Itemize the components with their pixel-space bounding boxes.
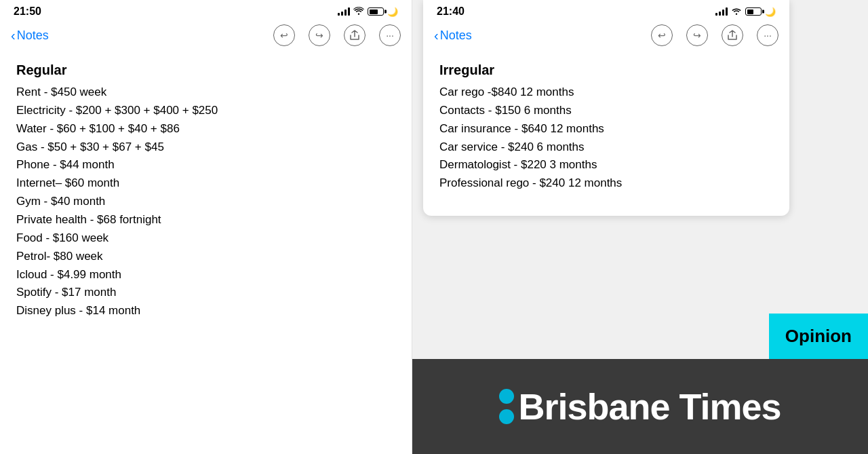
- list-item: Rent - $450 week: [16, 83, 395, 102]
- right-moon-icon: 🌙: [765, 7, 776, 17]
- signal-icon: [338, 7, 350, 16]
- list-item: Icloud - $4.99 month: [16, 266, 395, 284]
- left-toolbar: ‹ Notes ↩ ↪ ···: [0, 20, 412, 53]
- right-phone-panel: 21:40 🌙 ‹: [412, 0, 868, 454]
- brisbane-logo: Brisbane Times: [499, 385, 781, 428]
- wifi-icon: [353, 7, 364, 17]
- list-item: Electricity - $200 + $300 + $400 + $250: [16, 102, 395, 120]
- left-redo-button[interactable]: ↪: [309, 24, 330, 46]
- left-back-label: Notes: [17, 29, 49, 43]
- list-item: Gas - $50 + $30 + $67 + $45: [16, 138, 395, 157]
- left-note-content: Regular Rent - $450 week Electricity - $…: [0, 53, 412, 327]
- brisbane-footer: Brisbane Times: [412, 359, 868, 454]
- list-item: Phone - $44 month: [16, 156, 395, 174]
- list-item: Spotify - $17 month: [16, 284, 395, 302]
- brisbane-text: Brisbane Times: [518, 385, 781, 428]
- brisbane-dots-icon: [499, 389, 514, 424]
- right-share-button[interactable]: [722, 24, 743, 46]
- list-item: Water - $60 + $100 + $40 + $86: [16, 120, 395, 138]
- list-item: Food - $160 week: [16, 229, 395, 248]
- left-status-icons: 🌙: [338, 7, 398, 17]
- left-back-chevron-icon: ‹: [11, 28, 16, 43]
- opinion-badge: Opinion: [769, 314, 868, 359]
- moon-icon: 🌙: [387, 7, 398, 17]
- right-battery-icon: [745, 7, 762, 16]
- right-status-bar: 21:40 🌙: [423, 0, 789, 20]
- right-more-button[interactable]: ···: [757, 24, 778, 46]
- right-back-button[interactable]: ‹ Notes: [434, 28, 472, 43]
- list-item: Car insurance - $640 12 months: [439, 120, 773, 138]
- opinion-label: Opinion: [785, 326, 852, 346]
- battery-icon: [368, 7, 384, 16]
- left-undo-button[interactable]: ↩: [273, 24, 295, 46]
- right-wifi-icon: [731, 7, 742, 17]
- right-redo-button[interactable]: ↪: [686, 24, 708, 46]
- left-back-button[interactable]: ‹ Notes: [11, 28, 49, 43]
- right-toolbar-icons: ↩ ↪ ···: [651, 24, 778, 46]
- right-status-icons: 🌙: [715, 7, 776, 17]
- list-item: Internet– $60 month: [16, 174, 395, 193]
- list-item: Dermatologist - $220 3 months: [439, 156, 773, 174]
- list-item: Professional rego - $240 12 months: [439, 174, 773, 193]
- right-time: 21:40: [437, 5, 465, 18]
- left-note-title: Regular: [16, 60, 395, 81]
- list-item: Gym - $40 month: [16, 193, 395, 211]
- left-phone-panel: 21:50 🌙 ‹ Notes ↩: [0, 0, 412, 454]
- right-note-content: Irregular Car rego -$840 12 months Conta…: [423, 53, 789, 200]
- left-time: 21:50: [14, 5, 41, 18]
- right-signal-icon: [715, 7, 728, 16]
- list-item: Disney plus - $14 month: [16, 302, 395, 320]
- list-item: Contacts - $150 6 months: [439, 102, 773, 120]
- right-toolbar: ‹ Notes ↩ ↪ ···: [423, 20, 789, 53]
- bt-dot-top: [499, 389, 514, 404]
- right-back-label: Notes: [440, 29, 472, 43]
- list-item: Car service - $240 6 months: [439, 138, 773, 157]
- right-note-title: Irregular: [439, 60, 773, 81]
- right-back-chevron-icon: ‹: [434, 28, 439, 43]
- list-item: Petrol- $80 week: [16, 248, 395, 266]
- list-item: Car rego -$840 12 months: [439, 83, 773, 102]
- left-share-button[interactable]: [344, 24, 366, 46]
- left-status-bar: 21:50 🌙: [0, 0, 412, 20]
- right-undo-button[interactable]: ↩: [651, 24, 673, 46]
- list-item: Private health - $68 fortnight: [16, 211, 395, 229]
- left-more-button[interactable]: ···: [379, 24, 401, 46]
- right-note-card: 21:40 🌙 ‹: [423, 0, 789, 216]
- left-toolbar-icons: ↩ ↪ ···: [273, 24, 401, 46]
- bt-dot-bottom: [499, 409, 514, 424]
